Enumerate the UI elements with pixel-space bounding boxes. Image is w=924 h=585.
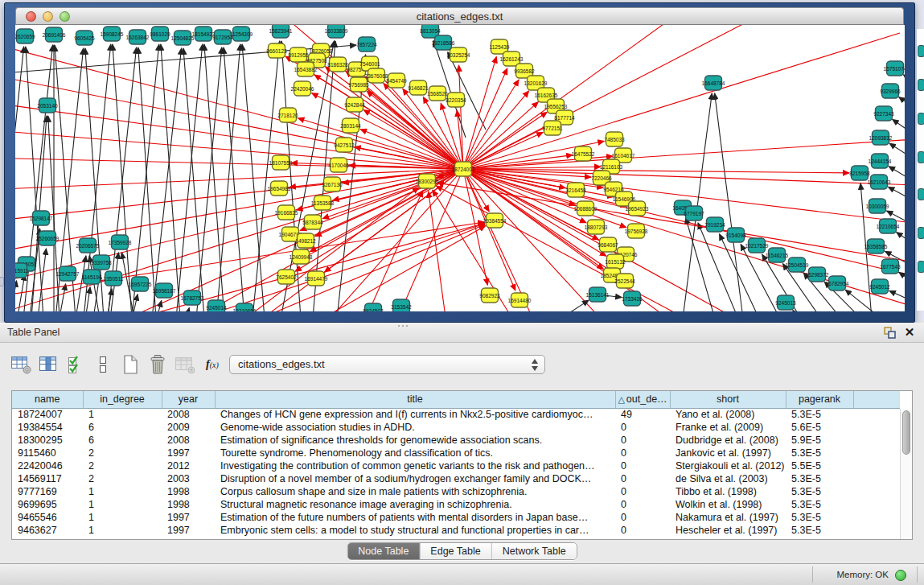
table-row[interactable]: 1456911722003Disruption of a novel membe… <box>12 472 900 485</box>
graph-node[interactable]: 19654985 <box>268 181 291 196</box>
graph-node[interactable]: 16033809 <box>325 25 348 38</box>
graph-node[interactable]: 19218586 <box>432 35 455 50</box>
graph-node[interactable]: 12504519 <box>786 257 809 272</box>
column-header-title[interactable]: title <box>215 391 615 408</box>
function-builder-button[interactable]: f(x) <box>199 352 225 377</box>
graph-node[interactable]: 9329966 <box>880 84 901 98</box>
graph-node[interactable]: 9245012 <box>869 279 890 294</box>
network-canvas-svg[interactable]: 1872400718300295193845549427512181075544… <box>15 25 905 311</box>
graph-node[interactable]: 10300059 <box>866 199 889 213</box>
table-row[interactable]: 911546021997Tourette syndrome. Phenomeno… <box>12 447 900 459</box>
graph-node[interactable]: 9861029 <box>150 27 170 41</box>
graph-node[interactable]: 6779197 <box>684 206 704 220</box>
graph-node[interactable]: 16648784 <box>702 76 725 90</box>
graph-node[interactable]: 1350511 <box>104 271 124 286</box>
graph-node[interactable]: 16263842 <box>126 30 150 44</box>
column-header-year[interactable]: year <box>162 391 215 408</box>
graph-node[interactable]: 15358585 <box>864 239 888 253</box>
graph-node[interactable]: 9756985 <box>348 77 369 92</box>
network-file-select[interactable]: citations_edges.txt <box>229 355 545 374</box>
table-mode-button[interactable] <box>8 352 34 377</box>
graph-node[interactable]: 2620659 <box>15 29 35 43</box>
graph-node[interactable]: 1568520 <box>427 86 448 101</box>
tab-node-table[interactable]: Node Table <box>347 543 419 559</box>
graph-node[interactable]: 1498212 <box>295 233 316 248</box>
graph-node[interactable]: 7625402 <box>276 270 297 284</box>
graph-node[interactable]: 16958187 <box>153 283 176 298</box>
graph-node[interactable]: 19654923 <box>626 201 649 216</box>
graph-node[interactable]: 2803144 <box>340 118 361 133</box>
graph-node[interactable]: 8912955 <box>288 47 309 62</box>
graph-node[interactable]: 1145194 <box>82 270 102 284</box>
graph-node[interactable]: 18724007 <box>452 162 475 176</box>
graph-node[interactable]: 19756928 <box>625 224 648 238</box>
float-panel-icon[interactable] <box>883 326 897 340</box>
graph-node[interactable]: 4170046 <box>328 158 349 172</box>
network-canvas[interactable]: 1872400718300295193845549427512181075544… <box>15 25 905 311</box>
memory-indicator[interactable] <box>895 570 906 581</box>
graph-node[interactable]: 9245014 <box>206 300 227 311</box>
graph-node[interactable]: 8660123 <box>266 43 287 58</box>
tab-network-table[interactable]: Network Table <box>491 543 577 559</box>
table-row[interactable]: 1938455462009Genome-wide association stu… <box>12 421 900 434</box>
column-header-in_degree[interactable]: in_degree <box>83 391 162 408</box>
graph-node[interactable]: 18807293 <box>585 220 608 234</box>
graph-node[interactable]: 12210656 <box>233 303 257 311</box>
graph-node[interactable]: 3216458 <box>565 183 586 197</box>
splitter-handle-icon[interactable] <box>397 324 409 328</box>
node-table-grid[interactable]: namein_degreeyeartitle△out_de…shortpager… <box>12 391 900 537</box>
tab-edge-table[interactable]: Edge Table <box>419 543 491 559</box>
graph-node[interactable]: 11546215 <box>766 248 789 262</box>
graph-node[interactable]: 9605425 <box>74 31 95 45</box>
graph-node[interactable]: 9245013 <box>775 295 796 310</box>
show-columns-button[interactable] <box>35 352 61 377</box>
graph-node[interactable]: 12409948 <box>290 249 313 264</box>
graph-node[interactable]: 2522544 <box>614 274 635 288</box>
graph-node[interactable]: 19166825 <box>275 205 298 220</box>
graph-node[interactable]: 10688609 <box>574 201 598 216</box>
close-panel-icon[interactable]: ✕ <box>903 324 916 340</box>
row-height-button[interactable] <box>90 352 116 377</box>
graph-node[interactable]: 7485033 <box>604 132 625 146</box>
table-row[interactable]: 946362711997Embryonic stem cells: a mode… <box>12 524 900 537</box>
graph-node[interactable]: 2718120 <box>277 108 298 122</box>
network-window-titlebar[interactable]: citations_edges.txt <box>15 7 904 25</box>
graph-node[interactable]: 23676068 <box>365 68 388 83</box>
table-scrollbar[interactable] <box>900 409 912 539</box>
graph-node[interactable]: 1733426 <box>622 291 643 306</box>
graph-node[interactable]: 9146821 <box>408 80 429 95</box>
graph-node[interactable]: 9154098 <box>725 228 746 242</box>
graph-node[interactable]: 16914480 <box>508 293 532 307</box>
hidden-panel-handle[interactable] <box>0 277 4 286</box>
table-scrollbar-thumb[interactable] <box>902 410 910 455</box>
graph-node[interactable]: 8454749 <box>386 73 407 88</box>
graph-node[interactable]: 15751074 <box>884 61 905 76</box>
graph-node[interactable]: 9082923 <box>479 288 500 303</box>
graph-node[interactable]: 1615132 <box>605 254 626 269</box>
graph-node[interactable]: 9772151 <box>542 121 563 135</box>
graph-node[interactable]: 1677543 <box>880 259 901 274</box>
graph-node[interactable]: 16957225 <box>129 277 152 291</box>
graph-node[interactable]: 7857224 <box>356 37 377 51</box>
graph-node[interactable]: 12942757 <box>56 266 80 281</box>
graph-node[interactable]: 2053140 <box>37 98 58 113</box>
graph-node[interactable]: 18107554 <box>269 155 293 170</box>
graph-node[interactable]: 19384554 <box>483 213 507 228</box>
graph-node[interactable]: 11353588 <box>311 196 335 210</box>
graph-node[interactable]: 22420046 <box>291 81 314 96</box>
graph-node[interactable]: 8220354 <box>446 93 466 107</box>
graph-node[interactable]: 15136141 <box>586 287 610 302</box>
graph-node[interactable]: 8924502 <box>363 303 384 311</box>
graph-node[interactable]: 9684067 <box>598 237 618 252</box>
new-column-button[interactable] <box>117 352 143 377</box>
column-header-name[interactable]: name <box>12 391 83 408</box>
graph-node[interactable]: 15298147 <box>30 211 53 225</box>
graph-node[interactable]: 3267130 <box>322 177 343 192</box>
delete-column-button[interactable] <box>145 352 170 377</box>
select-columns-button[interactable] <box>63 352 88 377</box>
table-row[interactable]: 969969511998Structural magnetic resonanc… <box>12 498 900 511</box>
graph-node[interactable]: 16475522 <box>572 146 595 161</box>
graph-node[interactable]: 9339758 <box>91 255 112 270</box>
graph-node[interactable]: 3915911 <box>15 263 29 278</box>
graph-node[interactable]: 12444154 <box>869 154 892 168</box>
